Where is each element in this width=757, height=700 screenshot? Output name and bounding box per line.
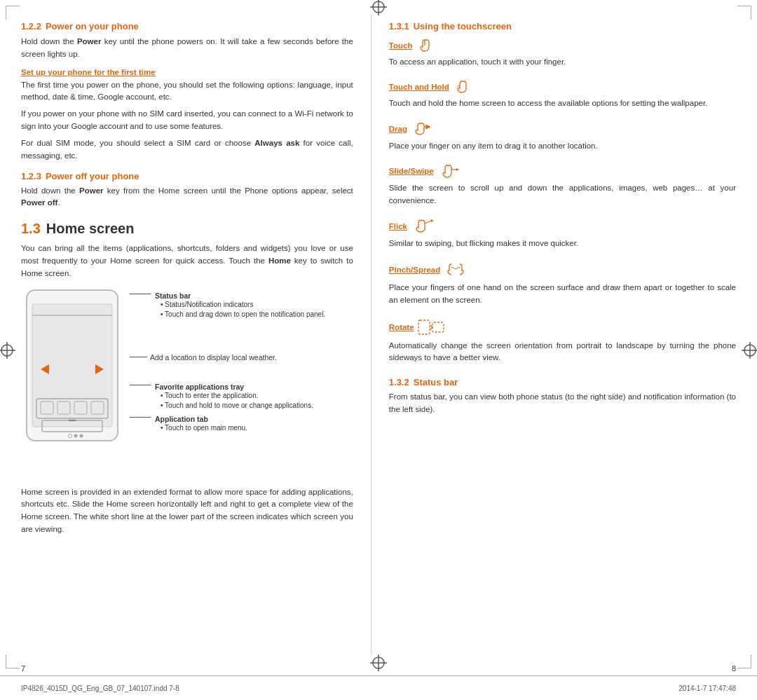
touch-label: Touch: [389, 41, 413, 50]
corner-mark-bl: [6, 654, 20, 668]
section-1-3-footer: Home screen is provided in an extended f…: [21, 486, 353, 536]
footer-filename: IP4826_4015D_QG_Eng_GB_07_140107.indd 7-…: [21, 685, 179, 692]
section-num-1-3: 1.3: [21, 221, 41, 237]
reg-mark-right: [739, 340, 757, 361]
setup-para-1: The first time you power on the phone, y…: [21, 79, 353, 104]
status-bar-bullets: • Status/Notification indicators • Touch…: [155, 300, 325, 320]
weather-label: Add a location to display local weather.: [130, 353, 353, 362]
pinch-label: Pinch/Spread: [389, 266, 441, 274]
flick-heading: Flick: [389, 217, 736, 235]
touch-icon: [415, 37, 435, 54]
section-title-1-3-1: Using the touchscreen: [414, 21, 512, 32]
gesture-touch: Touch To access an application, touch it…: [389, 37, 736, 73]
svg-point-22: [74, 434, 78, 437]
app-tab-label: Application tab • Touch to open main men…: [130, 415, 353, 433]
slide-heading: Slide/Swipe: [389, 162, 736, 180]
section-title-1-3-2: Status bar: [414, 377, 458, 387]
pinch-heading: Pinch/Spread: [389, 260, 736, 280]
slide-icon: [437, 162, 462, 180]
section-1-2-2-heading: 1.2.2 Power on your phone: [21, 21, 353, 32]
section-1-3-heading: 1.3 Home screen: [21, 221, 353, 237]
rotate-heading: Rotate: [389, 317, 736, 338]
svg-rect-27: [418, 320, 430, 334]
page-num-left: 7: [21, 664, 25, 673]
section-1-2-3-body: Hold down the Power key from the Home sc…: [21, 185, 353, 210]
gesture-flick: Flick Similar to swiping, but flicking m…: [389, 217, 736, 254]
section-1-2-2-body: Hold down the Power key until the phone …: [21, 36, 353, 61]
flick-label: Flick: [389, 222, 407, 231]
weather-label-text: Add a location to display local weather.: [150, 353, 277, 362]
pinch-desc: Place your fingers of one hand on the sc…: [389, 282, 736, 307]
touch-heading: Touch: [389, 37, 736, 54]
setup-para-2: If you power on your phone with no SIM c…: [21, 108, 353, 133]
touch-hold-desc: Touch and hold the home screen to access…: [389, 97, 736, 110]
gesture-drag: Drag Place your finger on any item to dr…: [389, 120, 736, 157]
drag-icon: [410, 120, 434, 138]
gesture-touch-hold: Touch and Hold Touch and hold the home s…: [389, 78, 736, 114]
svg-marker-25: [456, 168, 459, 171]
page-container: 1.2.2 Power on your phone Hold down the …: [0, 0, 757, 700]
left-column: 1.2.2 Power on your phone Hold down the …: [21, 14, 371, 654]
corner-mark-br: [737, 654, 751, 668]
rotate-icon: [417, 317, 445, 338]
page-num-right: 8: [732, 664, 736, 673]
setup-subheading: Set up your phone for the first time: [21, 68, 353, 76]
gesture-rotate: Rotate Automatically change the screen o…: [389, 317, 736, 369]
touch-hold-icon: [452, 78, 472, 95]
touch-desc: To access an application, touch it with …: [389, 56, 736, 69]
app-tab-bullets: • Touch to open main menu.: [155, 423, 247, 433]
section-title-1-2-2: Power on your phone: [46, 21, 139, 32]
home-screen-diagram: Status bar • Status/Notification indicat…: [21, 289, 353, 478]
status-bar-label: Status bar • Status/Notification indicat…: [130, 291, 353, 320]
section-1-2-3-heading: 1.2.3 Power off your phone: [21, 171, 353, 181]
pinch-icon: [443, 260, 471, 280]
slide-label: Slide/Swipe: [389, 167, 434, 175]
flick-icon: [410, 217, 435, 235]
svg-point-23: [80, 434, 83, 437]
section-num-1-2-2: 1.2.2: [21, 21, 41, 32]
drag-desc: Place your finger on any item to drag it…: [389, 140, 736, 153]
section-1-3-1-heading: 1.3.1 Using the touchscreen: [389, 21, 736, 32]
setup-link: Set up your phone for the first time: [21, 68, 156, 76]
section-title-1-2-3: Power off your phone: [46, 171, 139, 181]
reg-mark-bottom: [368, 652, 389, 673]
fav-apps-bullets: • Touch to enter the application. • Touc…: [155, 391, 313, 411]
rotate-label: Rotate: [389, 323, 414, 331]
reg-mark-left: [0, 340, 18, 361]
diagram-labels: Status bar • Status/Notification indicat…: [130, 289, 353, 434]
flick-desc: Similar to swiping, but flicking makes i…: [389, 238, 736, 250]
fav-apps-label: Favorite applications tray • Touch to en…: [130, 383, 353, 411]
footer-timestamp: 2014-1-7 17:47:48: [678, 685, 736, 692]
right-column: 1.3.1 Using the touchscreen Touch To acc…: [371, 14, 736, 654]
gesture-slide: Slide/Swipe Slide the screen to scroll u…: [389, 162, 736, 212]
drag-heading: Drag: [389, 120, 736, 138]
section-num-1-2-3: 1.2.3: [21, 171, 41, 181]
svg-point-21: [69, 434, 72, 437]
svg-rect-10: [32, 304, 112, 427]
fav-apps-label-title: Favorite applications tray: [155, 383, 313, 391]
touch-hold-label: Touch and Hold: [389, 83, 449, 91]
app-tab-label-title: Application tab: [155, 415, 247, 423]
rotate-desc: Automatically change the screen orientat…: [389, 340, 736, 365]
corner-mark-tl: [6, 6, 20, 20]
footer: IP4826_4015D_QG_Eng_GB_07_140107.indd 7-…: [0, 675, 757, 700]
section-num-1-3-1: 1.3.1: [389, 21, 409, 32]
touch-hold-heading: Touch and Hold: [389, 78, 736, 95]
setup-para-3: For dual SIM mode, you should select a S…: [21, 137, 353, 163]
svg-rect-28: [432, 322, 444, 332]
section-1-3-2-heading: 1.3.2 Status bar: [389, 377, 736, 387]
reg-mark-top: [368, 0, 389, 18]
section-num-1-3-2: 1.3.2: [389, 377, 409, 387]
section-1-3-2-body: From status bar, you can view both phone…: [389, 391, 736, 416]
main-content: 1.2.2 Power on your phone Hold down the …: [0, 0, 757, 661]
phone-diagram-svg: [21, 289, 144, 457]
section-title-1-3: Home screen: [46, 221, 135, 237]
status-bar-label-title: Status bar: [155, 291, 325, 300]
svg-marker-26: [431, 219, 434, 222]
section-1-3-intro: You can bring all the items (application…: [21, 242, 353, 280]
slide-desc: Slide the screen to scroll up and down t…: [389, 182, 736, 207]
drag-label: Drag: [389, 125, 407, 133]
gesture-pinch: Pinch/Spread Place your fingers of one h…: [389, 260, 736, 311]
corner-mark-tr: [737, 6, 751, 20]
